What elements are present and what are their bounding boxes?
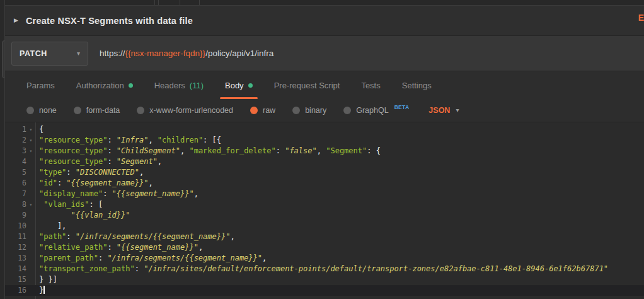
green-dot-icon bbox=[129, 83, 133, 88]
radio-icon[interactable] bbox=[26, 107, 34, 114]
beta-badge: BETA bbox=[394, 104, 410, 110]
body-mode-form-data[interactable]: form-data bbox=[74, 106, 120, 115]
collapse-arrow-icon[interactable]: ▶ bbox=[14, 18, 18, 23]
code-text: "{{vlan_id}}" bbox=[35, 210, 130, 221]
code-line[interactable]: 14"transport_zone_path": "/infra/sites/d… bbox=[5, 264, 644, 274]
code-text: "resource_type": "Segment", bbox=[35, 156, 162, 167]
tab-separator bbox=[180, 0, 180, 5]
tab-settings[interactable]: Settings bbox=[402, 71, 432, 99]
code-text: ], bbox=[35, 221, 66, 232]
mode-label: raw bbox=[263, 106, 275, 115]
fold-arrow-icon bbox=[26, 167, 35, 178]
request-tabs-strip bbox=[5, 0, 644, 6]
line-number: 12 bbox=[5, 242, 26, 253]
radio-icon[interactable] bbox=[250, 107, 258, 114]
fold-arrow-icon bbox=[26, 189, 35, 199]
method-dropdown[interactable]: PATCH ▾ bbox=[11, 42, 88, 66]
code-line[interactable]: 9 "{{vlan_id}}" bbox=[5, 210, 644, 221]
tab-tests[interactable]: Tests bbox=[361, 71, 380, 99]
examples-link-partial[interactable]: E bbox=[638, 13, 644, 23]
fold-arrow-icon bbox=[26, 210, 35, 221]
code-line[interactable]: 1▾{ bbox=[5, 124, 644, 135]
code-text: "vlan_ids": [ bbox=[35, 199, 103, 210]
fold-arrow-icon bbox=[26, 264, 35, 274]
fold-arrow-icon[interactable]: ▾ bbox=[26, 124, 35, 135]
line-number: 8 bbox=[5, 199, 26, 210]
code-text: "id": "{{segment_name}}", bbox=[35, 178, 153, 189]
code-text: "path": "/infra/segments/{{segment_name}… bbox=[35, 232, 235, 242]
body-mode-raw[interactable]: raw bbox=[250, 106, 275, 115]
code-line[interactable]: 8▾ "vlan_ids": [ bbox=[5, 199, 644, 210]
body-mode-none[interactable]: none bbox=[26, 106, 57, 115]
url-input[interactable]: https://{{nsx-manager-fqdn}}/policy/api/… bbox=[100, 49, 273, 58]
radio-icon[interactable] bbox=[343, 107, 351, 114]
tab-headers[interactable]: Headers(11) bbox=[154, 71, 204, 99]
code-line[interactable]: 2▾"resource_type": "Infra", "children": … bbox=[5, 135, 644, 146]
green-dot-icon bbox=[248, 83, 253, 88]
tab-params[interactable]: Params bbox=[26, 71, 55, 99]
code-line[interactable]: 13"parent_path": "/infra/segments/{{segm… bbox=[5, 253, 644, 264]
mode-label: form-data bbox=[86, 106, 120, 115]
mode-label: none bbox=[39, 106, 57, 115]
radio-icon[interactable] bbox=[292, 107, 300, 114]
line-number: 7 bbox=[5, 189, 26, 199]
code-line[interactable]: 12"relative_path": "{{segment_name}}", bbox=[5, 242, 644, 253]
code-text: "display_name": "{{segment_name}}", bbox=[35, 189, 198, 199]
body-editor[interactable]: 1▾{2▾"resource_type": "Infra", "children… bbox=[5, 122, 644, 299]
radio-icon[interactable] bbox=[74, 107, 81, 114]
code-line[interactable]: 10 ], bbox=[5, 221, 644, 232]
language-dropdown[interactable]: JSON ▾ bbox=[428, 106, 459, 115]
code-text: "transport_zone_path": "/infra/sites/def… bbox=[35, 264, 608, 274]
line-number: 4 bbox=[5, 156, 26, 167]
mode-label: binary bbox=[305, 106, 326, 115]
code-line[interactable]: 15} }] bbox=[5, 274, 644, 285]
tab-label: Pre-request Script bbox=[274, 81, 340, 90]
chevron-down-icon: ▾ bbox=[456, 107, 459, 114]
body-mode-binary[interactable]: binary bbox=[292, 106, 326, 115]
fold-arrow-icon bbox=[26, 274, 35, 285]
method-label: PATCH bbox=[20, 49, 47, 58]
collapsed-sidebar-strip bbox=[0, 0, 5, 299]
tab-label: Tests bbox=[361, 81, 380, 90]
tab-pre-request-script[interactable]: Pre-request Script bbox=[274, 71, 340, 99]
code-line[interactable]: 5"type": "DISCONNECTED", bbox=[5, 167, 644, 178]
tab-separator bbox=[158, 0, 159, 5]
body-mode-graphql[interactable]: GraphQLBETA bbox=[343, 106, 409, 115]
fold-arrow-icon[interactable]: ▾ bbox=[26, 135, 35, 146]
code-text: "relative_path": "{{segment_name}}", bbox=[35, 242, 203, 253]
tab-body[interactable]: Body bbox=[225, 71, 253, 99]
code-line[interactable]: 7"display_name": "{{segment_name}}", bbox=[5, 189, 644, 199]
fold-arrow-icon bbox=[26, 156, 35, 167]
code-text: { bbox=[35, 124, 43, 135]
tab-label: Headers bbox=[154, 81, 185, 90]
url-prefix: https:// bbox=[100, 49, 125, 58]
mode-label: x-www-form-urlencoded bbox=[149, 106, 233, 115]
request-tabs: ParamsAuthorizationHeaders(11)BodyPre-re… bbox=[5, 71, 644, 99]
headers-count-badge: (11) bbox=[190, 81, 204, 90]
fold-arrow-icon[interactable]: ▾ bbox=[26, 199, 35, 210]
code-line[interactable]: 6"id": "{{segment_name}}", bbox=[5, 178, 644, 189]
line-number: 13 bbox=[5, 253, 26, 264]
tab-label: Params bbox=[26, 81, 55, 90]
code-line[interactable]: 4"resource_type": "Segment", bbox=[5, 156, 644, 167]
radio-icon[interactable] bbox=[137, 107, 144, 114]
tab-label: Settings bbox=[402, 81, 432, 90]
code-line[interactable]: 16} bbox=[5, 285, 644, 296]
code-line[interactable]: 3▾"resource_type": "ChildSegment", "mark… bbox=[5, 146, 644, 156]
fold-arrow-icon bbox=[26, 285, 35, 296]
fold-arrow-icon bbox=[26, 178, 35, 189]
fold-arrow-icon[interactable]: ▾ bbox=[26, 146, 35, 156]
fold-arrow-icon bbox=[26, 232, 35, 242]
sidebar-panel-edge bbox=[2, 40, 5, 78]
text-cursor bbox=[43, 286, 45, 294]
url-bar: PATCH ▾ https://{{nsx-manager-fqdn}}/pol… bbox=[5, 36, 644, 71]
request-pane: ▶ Create NSX-T Segments with data file E… bbox=[5, 0, 644, 299]
code-line[interactable]: 11"path": "/infra/segments/{{segment_nam… bbox=[5, 232, 644, 242]
tab-authorization[interactable]: Authorization bbox=[76, 71, 133, 99]
tab-label: Body bbox=[225, 81, 244, 90]
body-mode-x-www-form-urlencoded[interactable]: x-www-form-urlencoded bbox=[137, 106, 233, 115]
line-number: 9 bbox=[5, 210, 26, 221]
line-number: 15 bbox=[5, 274, 26, 285]
line-number: 6 bbox=[5, 178, 26, 189]
code-text: "parent_path": "/infra/segments/{{segmen… bbox=[35, 253, 267, 264]
